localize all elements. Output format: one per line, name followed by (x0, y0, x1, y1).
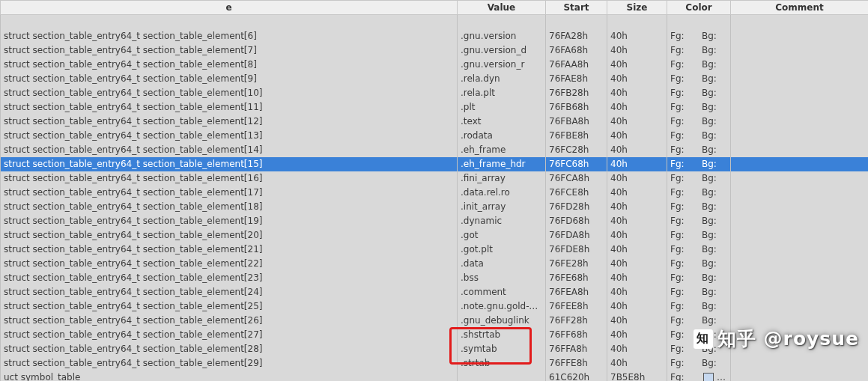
table-row[interactable]: struct section_table_entry64_t section_t… (1, 86, 869, 100)
cell-color: Fg:Bg: (667, 271, 731, 285)
table-row[interactable]: struct section_table_entry64_t section_t… (1, 29, 869, 43)
cell-size: 40h (607, 129, 667, 143)
table-row[interactable]: struct section_table_entry64_t section_t… (1, 186, 869, 200)
bg-label: Bg: (702, 29, 717, 43)
cell-comment (731, 314, 869, 328)
header-comment[interactable]: Comment (731, 1, 869, 15)
bg-label: Bg: (702, 214, 717, 228)
cell-size: 40h (607, 200, 667, 214)
section-table[interactable]: e Value Start Size Color Comment struct … (0, 0, 868, 381)
cell-color: Fg:Bg: (667, 58, 731, 72)
table-row[interactable]: struct section_table_entry64_t section_t… (1, 285, 869, 299)
fg-label: Fg: (670, 200, 702, 214)
cell-name: struct section_table_entry64_t section_t… (1, 299, 458, 314)
bg-label: Bg: (702, 58, 717, 72)
table-row[interactable]: struct section_table_entry64_t section_t… (1, 72, 869, 86)
table-row[interactable]: struct section_table_entry64_t section_t… (1, 228, 869, 243)
cell-comment (731, 228, 869, 243)
table-row[interactable]: struct section_table_entry64_t section_t… (1, 314, 869, 328)
cell-size: 40h (607, 271, 667, 285)
cell-name: struct section_table_entry64_t section_t… (1, 29, 458, 43)
bg-label: Bg: (702, 43, 717, 58)
cell-start: 76FB28h (546, 86, 607, 100)
table-row[interactable]: struct section_table_entry64_t section_t… (1, 58, 869, 72)
table-row[interactable]: struct section_table_entry64_t section_t… (1, 243, 869, 257)
cell-name: struct section_table_entry64_t section_t… (1, 257, 458, 271)
table-row[interactable]: struct section_table_entry64_t section_t… (1, 100, 869, 115)
cell-size: 40h (607, 243, 667, 257)
table-row[interactable]: struct section_table_entry64_t section_t… (1, 328, 869, 342)
table-row[interactable]: struct section_table_entry64_t section_t… (1, 129, 869, 143)
cell-color: Fg:Bg: (667, 100, 731, 115)
cell-color: Fg:Bg: (667, 214, 731, 228)
cell-start: 76FF68h (546, 328, 607, 342)
cell-value: .eh_frame (458, 143, 546, 157)
cell-start: 76FDA8h (546, 228, 607, 243)
cell-start: 61C620h (546, 371, 607, 382)
cell-size: 40h (607, 100, 667, 115)
table-row[interactable]: struct section_table_entry64_t section_t… (1, 200, 869, 214)
bg-label: Bg: (702, 200, 717, 214)
cell-name: struct section_table_entry64_t section_t… (1, 285, 458, 299)
table-row[interactable]: struct section_table_entry64_t section_t… (1, 171, 869, 186)
cell-size: 40h (607, 115, 667, 129)
cell-comment (731, 58, 869, 72)
cell-start: 76FAA8h (546, 58, 607, 72)
cell-size: 7B5E8h (607, 371, 667, 382)
cell-name: struct section_table_entry64_t section_t… (1, 200, 458, 214)
cell-size: 40h (607, 186, 667, 200)
cell-value: .dynamic (458, 214, 546, 228)
cell-size: 40h (607, 328, 667, 342)
cell-name: struct section_table_entry64_t section_t… (1, 356, 458, 371)
cell-comment (731, 129, 869, 143)
fg-label: Fg: (670, 171, 702, 186)
table-row[interactable]: struct section_table_entry64_t section_t… (1, 43, 869, 58)
bg-label: Bg: (702, 143, 717, 157)
table-row[interactable]: struct section_table_entry64_t section_t… (1, 342, 869, 356)
table-row[interactable]: struct section_table_entry64_t section_t… (1, 257, 869, 271)
table-row[interactable]: struct section_table_entry64_t section_t… (1, 143, 869, 157)
cell-start: 76FD68h (546, 214, 607, 228)
cell-value: .data.rel.ro (458, 186, 546, 200)
table-row[interactable]: struct section_table_entry64_t section_t… (1, 299, 869, 314)
cell-value: .got (458, 228, 546, 243)
bg-label: Bg: (702, 328, 717, 342)
cell-value: .note.gnu.gold-v… (458, 299, 546, 314)
cell-color: Fg:Bg: (667, 299, 731, 314)
table-row[interactable]: struct section_table_entry64_t section_t… (1, 214, 869, 228)
cell-size: 40h (607, 214, 667, 228)
cell-size: 40h (607, 299, 667, 314)
header-start[interactable]: Start (546, 1, 607, 15)
table-row[interactable]: struct section_table_entry64_t section_t… (1, 356, 869, 371)
cell-color: Fg:Bg: (667, 72, 731, 86)
cell-color: Fg:Bg: (667, 200, 731, 214)
header-name[interactable]: e (1, 1, 458, 15)
cell-comment (731, 342, 869, 356)
cell-comment (731, 371, 869, 382)
fg-label: Fg: (670, 214, 702, 228)
cell-color: Fg:Bg: (667, 129, 731, 143)
cell-size: 40h (607, 285, 667, 299)
cell-name: struct section_table_entry64_t section_t… (1, 314, 458, 328)
table-row[interactable]: struct section_table_entry64_t section_t… (1, 115, 869, 129)
bg-label: Bg: (702, 129, 717, 143)
fg-label: Fg: (670, 100, 702, 115)
cell-value: .data (458, 257, 546, 271)
cell-color: Fg:Bg: (667, 285, 731, 299)
cell-color: Fg:Bg: (667, 342, 731, 356)
fg-label: Fg: (670, 43, 702, 58)
header-value[interactable]: Value (458, 1, 546, 15)
table-header[interactable]: e Value Start Size Color Comment (1, 1, 869, 15)
fg-label: Fg: (670, 328, 702, 342)
table-row-truncated[interactable] (1, 15, 869, 29)
table-row[interactable]: struct section_table_entry64_t section_t… (1, 157, 869, 171)
cell-name: struct section_table_entry64_t section_t… (1, 86, 458, 100)
bg-label: Bg: (702, 356, 717, 371)
header-color[interactable]: Color (667, 1, 731, 15)
table-row[interactable]: struct section_table_entry64_t section_t… (1, 271, 869, 285)
cell-value: .text (458, 115, 546, 129)
header-size[interactable]: Size (607, 1, 667, 15)
cell-comment (731, 115, 869, 129)
table-row[interactable]: uct symbol_table61C620h7B5E8hFg: Bg: (1, 371, 869, 382)
cell-start: 76FC28h (546, 143, 607, 157)
